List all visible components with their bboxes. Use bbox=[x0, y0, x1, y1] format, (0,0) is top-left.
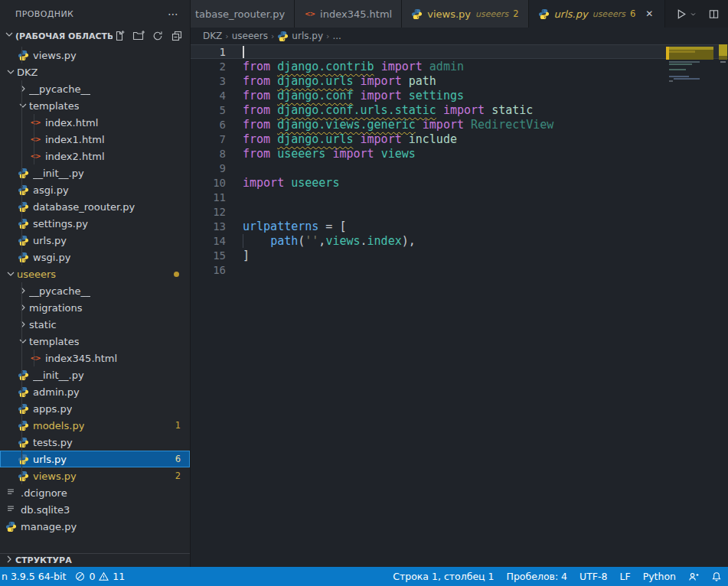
status-problems[interactable]: 011 bbox=[75, 571, 125, 582]
tree-file-asgi.py[interactable]: asgi.py bbox=[0, 181, 190, 198]
tab-tabase_roouter.py[interactable]: tabase_roouter.py bbox=[191, 0, 295, 28]
code-line[interactable]: 14 path('',views.index), bbox=[191, 233, 728, 248]
new-file-icon[interactable] bbox=[113, 29, 126, 43]
workspace-section-header[interactable]: (РАБОЧАЯ ОБЛАСТЬ) ... bbox=[0, 28, 190, 44]
editor-actions: ⋯ bbox=[665, 0, 728, 28]
tree-folder-useeers[interactable]: useeers bbox=[0, 265, 190, 282]
outline-section-header[interactable]: СТРУКТУРА bbox=[0, 553, 190, 567]
code-editor[interactable]: 12from django.contrib import admin3from … bbox=[191, 44, 728, 567]
run-button[interactable] bbox=[674, 8, 697, 21]
line-number: 16 bbox=[191, 264, 226, 276]
tab-index345.html[interactable]: <>index345.html bbox=[295, 0, 402, 28]
code-line[interactable]: 4from django.conf import settings bbox=[191, 88, 728, 103]
tree-file-views.py[interactable]: views.py2 bbox=[0, 467, 190, 484]
explorer-more-actions-icon[interactable]: ⋯ bbox=[168, 8, 179, 20]
line-content: from django.urls import path bbox=[243, 74, 436, 88]
tree-folder-DKZ[interactable]: DKZ bbox=[0, 63, 190, 80]
collapse-all-icon[interactable] bbox=[170, 29, 184, 43]
code-line[interactable]: 3from django.urls import path bbox=[191, 73, 728, 88]
status-eol[interactable]: LF bbox=[620, 571, 631, 582]
split-editor-icon[interactable] bbox=[708, 8, 720, 20]
tree-file-manage.py[interactable]: manage.py bbox=[0, 518, 190, 535]
html-icon: <> bbox=[29, 352, 41, 364]
status-feedback[interactable] bbox=[688, 571, 699, 582]
tree-folder-__pycache__[interactable]: __pycache__ bbox=[0, 282, 190, 299]
tree-file-urls.py[interactable]: urls.py bbox=[0, 232, 190, 249]
tree-file-.dcignore[interactable]: .dcignore bbox=[0, 484, 190, 501]
code-line[interactable]: 10import useeers bbox=[191, 175, 728, 190]
tree-file-index1.html[interactable]: <>index1.html bbox=[0, 131, 190, 148]
tree-file-urls.py[interactable]: urls.py6 bbox=[0, 451, 190, 467]
tree-item-label: manage.py bbox=[21, 521, 77, 532]
tree-file-index.html[interactable]: <>index.html bbox=[0, 114, 190, 131]
tree-folder-migrations[interactable]: migrations bbox=[0, 299, 190, 316]
tree-file-__init__.py[interactable]: __init__.py bbox=[0, 366, 190, 383]
code-line[interactable]: 15] bbox=[191, 248, 728, 262]
status-notifications[interactable] bbox=[711, 571, 722, 582]
status-language-mode[interactable]: Python bbox=[643, 571, 676, 582]
status-label: 11 bbox=[113, 571, 125, 582]
tree-file-index345.html[interactable]: <>index345.html bbox=[0, 350, 190, 366]
tree-folder-static[interactable]: static bbox=[0, 316, 190, 333]
code-line[interactable]: 16 bbox=[191, 262, 728, 277]
tree-item-label: .dcignore bbox=[21, 487, 67, 499]
code-line[interactable]: 12 bbox=[191, 204, 728, 219]
tree-file-views.py[interactable]: views.py bbox=[0, 47, 190, 63]
code-line[interactable]: 9 bbox=[191, 161, 728, 175]
tree-file-index2.html[interactable]: <>index2.html bbox=[0, 148, 190, 164]
main-area: ПРОВОДНИК ⋯ (РАБОЧАЯ ОБЛАСТЬ) ... views.… bbox=[0, 0, 728, 567]
tree-file-apps.py[interactable]: apps.py bbox=[0, 400, 190, 417]
tab-urls.py[interactable]: urls.pyuseeers6✕ bbox=[529, 0, 666, 28]
code-line[interactable]: 8from useeers import views bbox=[191, 146, 728, 161]
code-line[interactable]: 13urlpatterns = [ bbox=[191, 219, 728, 233]
file-icon bbox=[5, 487, 17, 499]
code-line[interactable]: 6from django.views.generic import Redire… bbox=[191, 117, 728, 132]
new-folder-icon[interactable] bbox=[132, 29, 145, 43]
breadcrumb-item[interactable]: urls.py bbox=[277, 31, 323, 42]
tree-file-tests.py[interactable]: tests.py bbox=[0, 434, 190, 451]
status-cursor-position[interactable]: Строка 1, столбец 1 bbox=[393, 571, 494, 582]
line-content: from django.contrib import admin bbox=[243, 60, 464, 73]
tree-folder-__pycache__[interactable]: __pycache__ bbox=[0, 80, 190, 97]
python-icon bbox=[17, 402, 29, 415]
code-line[interactable]: 7from django.urls import include bbox=[191, 132, 728, 146]
tab-problem-badge: 2 bbox=[513, 8, 518, 19]
tree-file-database_roouter.py[interactable]: database_roouter.py bbox=[0, 198, 190, 215]
status-label: Python bbox=[643, 571, 676, 582]
code-line[interactable]: 11 bbox=[191, 190, 728, 204]
indent-guide bbox=[21, 198, 22, 215]
tree-file-admin.py[interactable]: admin.py bbox=[0, 383, 190, 400]
tree-folder-templates[interactable]: templates bbox=[0, 97, 190, 114]
tree-folder-templates[interactable]: templates bbox=[0, 333, 190, 350]
tree-file-wsgi.py[interactable]: wsgi.py bbox=[0, 249, 190, 265]
code-line[interactable]: 1 bbox=[191, 44, 728, 59]
html-icon: <> bbox=[29, 116, 41, 129]
breadcrumb-item[interactable]: ... bbox=[332, 31, 341, 41]
breadcrumb-item[interactable]: DKZ bbox=[203, 31, 222, 41]
status-bar: n 3.9.5 64-bit011 Строка 1, столбец 1Про… bbox=[0, 567, 728, 586]
code-line[interactable]: 5from django.conf.urls.static import sta… bbox=[191, 103, 728, 117]
python-icon bbox=[17, 234, 29, 246]
tab-label: index345.html bbox=[320, 8, 392, 20]
tree-file-models.py[interactable]: models.py1 bbox=[0, 417, 190, 434]
chevron-right-icon bbox=[3, 553, 15, 565]
status-encoding[interactable]: UTF-8 bbox=[579, 571, 607, 582]
indent-guide bbox=[21, 400, 22, 417]
tree-file-settings.py[interactable]: settings.py bbox=[0, 215, 190, 232]
refresh-icon[interactable] bbox=[151, 29, 165, 43]
python-icon bbox=[17, 217, 29, 230]
tree-file-__init__.py[interactable]: __init__.py bbox=[0, 164, 190, 181]
breadcrumb-item[interactable]: useeers bbox=[232, 31, 268, 41]
code-line[interactable]: 2from django.contrib import admin bbox=[191, 59, 728, 73]
tree-item-label: migrations bbox=[29, 302, 83, 314]
status-indentation[interactable]: Пробелов: 4 bbox=[507, 571, 568, 582]
tree-file-db.sqlite3[interactable]: db.sqlite3 bbox=[0, 501, 190, 518]
tree-item-label: database_roouter.py bbox=[33, 201, 135, 213]
tree-item-label: useeers bbox=[17, 269, 56, 280]
status-label: n 3.9.5 64-bit bbox=[2, 571, 66, 582]
minimap[interactable] bbox=[666, 44, 718, 567]
overview-ruler[interactable] bbox=[718, 44, 728, 567]
close-icon[interactable]: ✕ bbox=[643, 8, 655, 20]
status-python-interpreter[interactable]: n 3.9.5 64-bit bbox=[2, 571, 66, 582]
tab-views.py[interactable]: views.pyuseeers2 bbox=[402, 0, 528, 28]
